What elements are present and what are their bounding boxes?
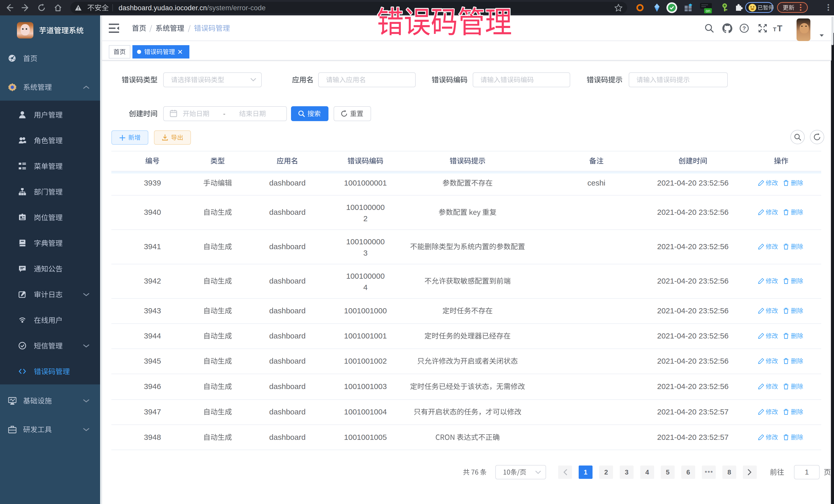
svg-text:?: ?: [742, 25, 746, 31]
svg-text:on: on: [706, 9, 710, 13]
svg-text:T: T: [777, 24, 783, 32]
svg-text:T: T: [773, 26, 776, 32]
